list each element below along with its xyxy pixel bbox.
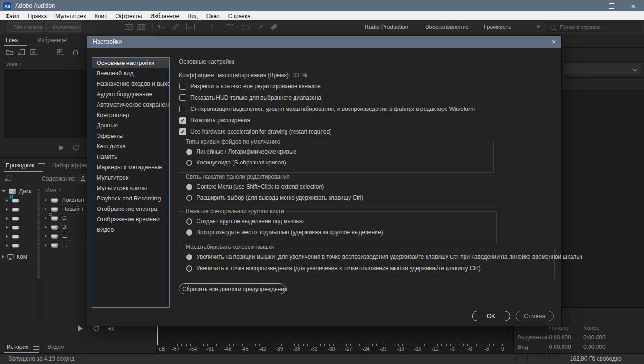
right-panel-dropdown[interactable]	[564, 64, 641, 74]
tree-computer-row[interactable]: Ком	[0, 252, 27, 261]
category-memory[interactable]: Память	[92, 152, 169, 162]
tree-drive-row[interactable]	[6, 223, 19, 232]
category-playback-recording[interactable]: Playback and Recording	[92, 193, 169, 204]
explorer-play-icon[interactable]	[78, 326, 83, 331]
radio-unselected-icon[interactable]	[186, 218, 192, 225]
caret-right-icon[interactable]	[45, 207, 47, 211]
category-audio-hardware[interactable]: Аудиооборудование	[92, 89, 169, 100]
tree-drive-row[interactable]	[6, 214, 19, 223]
tree-root-row[interactable]: Диск	[0, 187, 31, 196]
list-name-header[interactable]: Имя ↑	[45, 187, 61, 193]
menu-clip[interactable]: Клип	[90, 13, 112, 19]
caret-right-icon[interactable]	[6, 226, 8, 229]
caret-right-icon[interactable]	[45, 243, 47, 247]
category-data[interactable]: Данные	[92, 120, 169, 131]
radio-unselected-icon[interactable]	[186, 195, 192, 201]
checkbox-row[interactable]: ✓ Use hardware acceleration for drawing …	[179, 128, 331, 135]
help-search-box[interactable]	[546, 22, 641, 32]
favorites-tab[interactable]: "Избранное"	[36, 37, 68, 44]
time-selection-tool-icon[interactable]: ↔	[186, 24, 195, 30]
menu-file[interactable]: Файл	[1, 13, 24, 19]
brush-tool-icon[interactable]	[257, 24, 264, 30]
cancel-button[interactable]: Отмена	[516, 311, 554, 321]
caret-right-icon[interactable]	[2, 255, 4, 259]
checkbox-row[interactable]: Синхронизация выделения, уровня масштаби…	[179, 106, 475, 112]
restore-button[interactable]	[600, 0, 622, 11]
minimize-button[interactable]: ─	[579, 0, 600, 11]
caret-right-icon[interactable]	[6, 208, 8, 211]
radio-option[interactable]: Создаёт круглое выделение под мышью	[186, 218, 304, 225]
marquee-tool-icon[interactable]	[226, 24, 233, 30]
new-item-icon[interactable]	[30, 49, 38, 55]
menu-multitrack[interactable]: Мультитрек	[51, 13, 90, 19]
explorer-tab[interactable]: Проводник	[6, 162, 45, 169]
trash-icon[interactable]	[72, 49, 79, 55]
radio-unselected-icon[interactable]	[186, 160, 192, 166]
category-control-surface[interactable]: Контроллер	[92, 110, 169, 120]
ibeam-tool-icon[interactable]: I	[211, 23, 213, 31]
files-name-header[interactable]: Имя ↑	[6, 61, 22, 68]
open-file-icon[interactable]	[6, 49, 13, 55]
help-search-input[interactable]	[559, 24, 632, 30]
workspace-restoration[interactable]: Восстановление	[425, 24, 469, 30]
category-markers-metadata[interactable]: Маркеры и метаданные	[92, 162, 169, 173]
category-effects[interactable]: Эффекты	[92, 131, 169, 141]
explorer-panel-menu-icon[interactable]	[38, 163, 45, 168]
lasso-tool-icon[interactable]	[242, 25, 250, 30]
category-time-display[interactable]: Отображение времени	[92, 214, 169, 225]
category-appearance[interactable]: Внешний вид	[92, 68, 169, 79]
menu-window[interactable]: Окно	[202, 13, 224, 19]
checkbox-row[interactable]: Показать HUD только для выбранного диапа…	[179, 94, 321, 101]
category-spectral-display[interactable]: Отображение спектра	[92, 204, 169, 214]
radio-option[interactable]: Context Menu (use Shift+Click to extend …	[186, 183, 324, 190]
caret-right-icon[interactable]	[45, 216, 47, 220]
caret-right-icon[interactable]	[45, 198, 47, 202]
tree-drive-row[interactable]	[6, 241, 19, 250]
explorer-loop-icon[interactable]	[92, 325, 100, 333]
waveform-display-icon[interactable]	[125, 24, 133, 30]
files-tab[interactable]: Files	[6, 37, 27, 44]
ok-button[interactable]: OK	[472, 311, 510, 321]
radio-option[interactable]: Расширить выбор (для вывода меню удержив…	[186, 194, 363, 201]
batch-process-icon[interactable]	[57, 49, 64, 55]
caret-right-icon[interactable]	[45, 225, 47, 229]
radio-unselected-icon[interactable]	[186, 265, 192, 272]
import-files-icon[interactable]	[18, 49, 25, 55]
video-tab[interactable]: Видео	[47, 344, 64, 350]
tree-drive-row[interactable]	[6, 232, 19, 241]
reset-warnings-button[interactable]: Сбросить все диалоги предупреждений	[179, 283, 286, 294]
toolbar-grip[interactable]	[1, 23, 3, 31]
move-tool-icon[interactable]	[157, 24, 165, 30]
checkbox-unchecked-icon[interactable]	[179, 94, 186, 101]
category-channel-mapping[interactable]: Назначение входов и выходов	[92, 79, 169, 89]
radio-option[interactable]: Увеличить в точке воспроизведения (для у…	[186, 265, 481, 272]
dialog-title-bar[interactable]: Настройки ×	[87, 36, 561, 48]
menu-edit[interactable]: Правка	[24, 13, 52, 19]
category-multitrack-clips[interactable]: Мультитрек клипы	[92, 183, 169, 193]
category-media-cache[interactable]: Кеш диска	[92, 141, 169, 152]
radio-selected-icon[interactable]	[186, 149, 192, 155]
dialog-close-icon[interactable]: ×	[552, 37, 556, 46]
tree-drive-row[interactable]	[6, 205, 19, 214]
radio-option[interactable]: Линейные / Логарифмические кривые	[186, 148, 296, 155]
workspace-radio-production[interactable]: Radio Production	[365, 24, 408, 30]
spectral-display-icon[interactable]	[137, 24, 145, 30]
checkbox-unchecked-icon[interactable]	[179, 83, 186, 90]
workspace-loudness[interactable]: Громкость	[484, 24, 511, 30]
menu-effects[interactable]: Эффекты	[112, 13, 146, 19]
panel-menu-icon[interactable]	[563, 314, 569, 319]
checkbox-row[interactable]: Разрешить контекстное редактирование кан…	[179, 83, 321, 90]
tree-scrollbar[interactable]	[36, 187, 41, 323]
explorer-import-icon[interactable]	[5, 174, 12, 181]
zoom-factor-value[interactable]: 33	[293, 72, 299, 79]
tree-scrollbar-thumb[interactable]	[37, 189, 40, 279]
radio-option[interactable]: Косинусоида (S-образная кривая)	[186, 159, 286, 166]
razor-tool-icon[interactable]	[172, 23, 179, 30]
auto-play-speaker-icon[interactable]	[107, 325, 115, 332]
playhead-line[interactable]	[157, 326, 158, 345]
radio-option[interactable]: Увеличить на позиции мышки (для увеличен…	[186, 254, 582, 260]
caret-right-icon[interactable]	[6, 217, 8, 220]
tree-drive-row[interactable]	[6, 196, 19, 205]
waveform-view-button[interactable]: Тип сигнала	[7, 22, 43, 32]
files-play-icon[interactable]	[59, 145, 64, 151]
